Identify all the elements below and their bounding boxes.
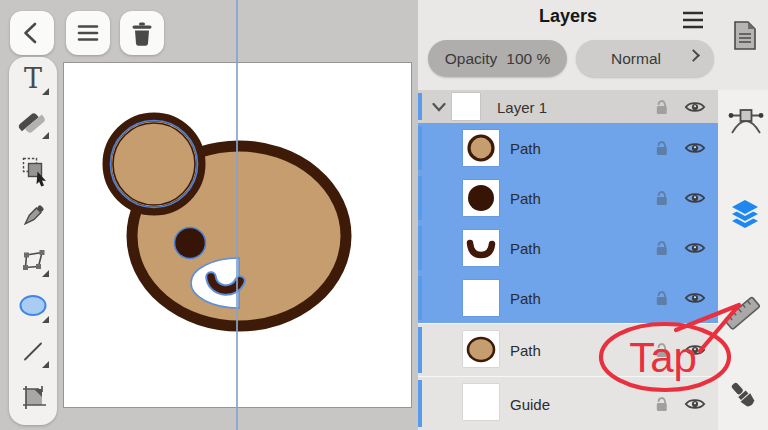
lock-icon[interactable] [654, 289, 669, 308]
tool-ellipse[interactable] [15, 289, 51, 325]
tool-text[interactable]: T [15, 61, 51, 97]
layer-thumbnail [463, 384, 499, 420]
submenu-indicator [42, 132, 49, 139]
layer-thumbnail [463, 230, 499, 266]
trash-icon [120, 11, 164, 55]
layer-label: Path [510, 290, 541, 307]
tool-duplicate[interactable] [15, 151, 51, 187]
head-thumb-art [463, 331, 499, 367]
ruler-icon [722, 293, 762, 333]
layer-label: Path [510, 190, 541, 207]
bear-artwork [64, 63, 413, 409]
layer-row-path-ear[interactable]: Path [418, 123, 718, 173]
layer-thumbnail [463, 130, 499, 166]
submenu-indicator [42, 316, 49, 323]
layers-stack-icon [728, 197, 762, 231]
visibility-eye-icon[interactable] [684, 191, 706, 206]
layer-row-path-head[interactable]: Path [418, 323, 718, 376]
mirror-guide-line[interactable] [236, 0, 238, 430]
eyedropper-icon [15, 198, 51, 234]
chevron-left-icon [10, 11, 54, 55]
delete-button[interactable] [120, 11, 164, 55]
opacity-value: 100 % [506, 50, 550, 68]
artboard-icon [15, 378, 51, 414]
mouth-thumb-art [463, 230, 499, 266]
layer-list: Layer 1 Path Path [418, 90, 718, 430]
layer-label: Path [510, 342, 541, 359]
layer-label: Layer 1 [497, 98, 547, 115]
layers-menu-button[interactable] [682, 9, 704, 31]
lock-icon[interactable] [654, 189, 669, 208]
hamburger-icon [66, 11, 110, 55]
layer-row-path-mouth[interactable]: Path [418, 223, 718, 273]
layer-label: Path [510, 240, 541, 257]
tool-node-editor[interactable] [15, 243, 51, 279]
submenu-indicator [42, 88, 49, 95]
paint-brush-icon [725, 377, 763, 415]
visibility-eye-icon[interactable] [684, 291, 706, 306]
layers-panel-header: Layers Opacity 100 % Normal [418, 0, 768, 90]
visibility-eye-icon[interactable] [684, 343, 706, 358]
blend-mode-value: Normal [611, 50, 661, 68]
layer-thumbnail [463, 331, 499, 367]
lock-icon[interactable] [654, 341, 669, 360]
layers-panel: Layers Opacity 100 % Normal Layer 1 [418, 0, 768, 430]
back-button[interactable] [10, 11, 54, 55]
opacity-label: Opacity [445, 50, 498, 68]
path-panel-button[interactable] [727, 105, 765, 139]
ruler-panel-button[interactable] [722, 293, 762, 333]
layer-label: Path [510, 140, 541, 157]
lock-icon[interactable] [654, 394, 669, 413]
layer-thumbnail [452, 93, 480, 120]
layer-row-path-eye[interactable]: Path [418, 173, 718, 223]
opacity-control[interactable]: Opacity 100 % [428, 40, 567, 77]
chevron-down-icon[interactable] [432, 102, 446, 112]
tool-line[interactable] [15, 334, 51, 370]
visibility-eye-icon[interactable] [684, 396, 706, 411]
menu-button[interactable] [66, 11, 110, 55]
panel-title: Layers [418, 6, 718, 27]
tool-artboard[interactable] [15, 378, 51, 414]
document-panel-button[interactable] [732, 20, 758, 50]
visibility-eye-icon[interactable] [684, 141, 706, 156]
visibility-eye-icon[interactable] [684, 99, 706, 114]
layer-label: Guide [510, 395, 550, 412]
layer-row-guide[interactable]: Guide [418, 376, 718, 430]
submenu-indicator [42, 361, 49, 368]
layer-row-path-muzzle[interactable]: Path [418, 273, 718, 323]
blend-mode-control[interactable]: Normal [576, 40, 714, 77]
lock-icon[interactable] [654, 139, 669, 158]
tool-eyedropper[interactable] [15, 198, 51, 234]
tool-sidebar: T [9, 57, 57, 425]
layers-panel-button[interactable] [727, 196, 763, 232]
layer-thumbnail [463, 280, 499, 316]
bear-eye-shape[interactable] [175, 228, 206, 259]
layer-thumbnail [463, 180, 499, 216]
ear-thumb-art [463, 130, 499, 166]
layer-row-group[interactable]: Layer 1 [418, 90, 718, 123]
duplicate-selection-icon [15, 151, 51, 187]
bezier-node-icon [727, 105, 765, 139]
chevron-right-icon [687, 49, 700, 62]
document-icon [733, 21, 757, 50]
visibility-eye-icon[interactable] [684, 241, 706, 256]
lock-icon[interactable] [654, 97, 669, 116]
submenu-indicator [42, 270, 49, 277]
tool-eraser[interactable] [15, 105, 51, 141]
bear-ear-shape[interactable] [107, 117, 201, 211]
lock-icon[interactable] [654, 239, 669, 258]
eye-thumb-art [463, 180, 499, 216]
svg-text:T: T [24, 63, 42, 94]
brush-panel-button[interactable] [725, 377, 763, 415]
